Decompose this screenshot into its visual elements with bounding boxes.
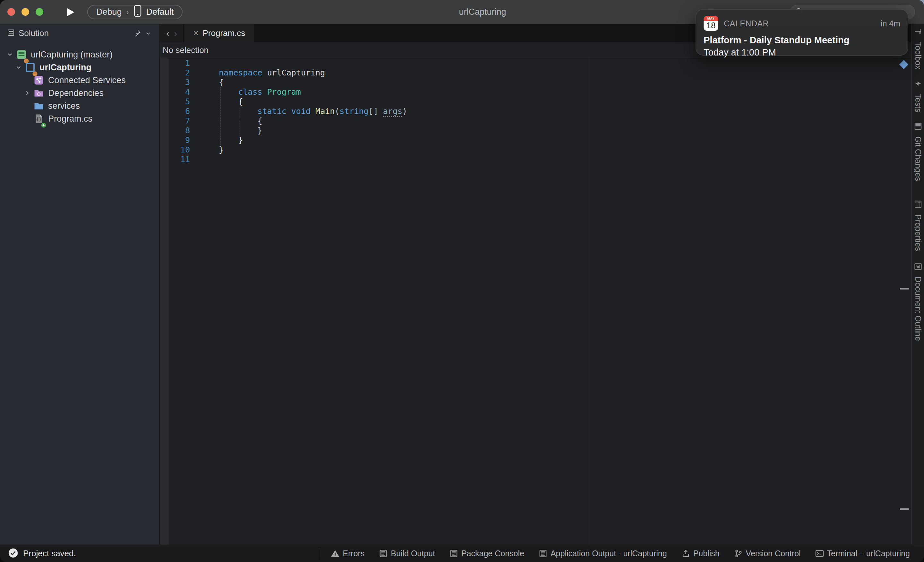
status-panel-application-output-urlcapturing[interactable]: Application Output - urlCapturing [538, 549, 667, 558]
code-line-1[interactable]: 1 [160, 59, 912, 68]
navigate-back-button[interactable]: ‹ [166, 28, 170, 39]
expander-spacer [23, 76, 32, 84]
tree-item-label: Dependencies [48, 88, 104, 98]
tool-tab-label: Properties [914, 214, 923, 251]
code-line-4[interactable]: 4 class Program [160, 87, 912, 97]
tree-item-label: urlCapturing (master) [31, 50, 112, 60]
calendar-notification[interactable]: MAY 18 CALENDAR in 4m Platform - Daily S… [696, 9, 908, 56]
tool-tab-properties[interactable]: Properties [912, 200, 924, 251]
close-window-button[interactable] [8, 8, 15, 16]
notification-time-ago: in 4m [880, 19, 900, 28]
code-line-11[interactable]: 11 [160, 155, 912, 164]
tree-item-label: Connected Services [48, 75, 126, 86]
pad-menu-chevron-button[interactable] [143, 28, 154, 39]
indent-guide [239, 107, 239, 135]
minimize-window-button[interactable] [21, 8, 29, 16]
code-line-7[interactable]: 7 { [160, 116, 912, 126]
play-icon [64, 14, 76, 19]
solution-pad-header: Solution [0, 24, 159, 42]
code-line-2[interactable]: 2namespace urlCapturing [160, 68, 912, 78]
status-panel-build-output[interactable]: Build Output [379, 549, 435, 558]
orange-dot-badge-icon [32, 69, 38, 75]
notification-header: MAY 18 CALENDAR in 4m [704, 16, 900, 31]
tree-item-services[interactable]: services [0, 99, 159, 112]
tree-item-connected-services[interactable]: Connected Services [0, 74, 159, 87]
tool-tab-document-outline[interactable]: Document Outline [912, 262, 924, 341]
bolt-icon [914, 79, 922, 89]
check-circle-icon [8, 548, 19, 560]
code-lines: 12namespace urlCapturing3{4 class Progra… [160, 59, 912, 164]
calendar-day: 18 [704, 21, 718, 31]
code-line-10[interactable]: 10} [160, 145, 912, 155]
tool-tab-label: Toolbox [914, 42, 923, 69]
doc-icon [449, 549, 459, 558]
code-text: } [219, 135, 243, 145]
solution-pad: Solution urlCapturing (master)urlCapturi… [0, 24, 159, 545]
warning-icon [330, 549, 340, 558]
status-message: Project saved. [23, 548, 76, 559]
doc-icon [379, 549, 388, 558]
code-line-9[interactable]: 9 } [160, 135, 912, 145]
navigation-buttons: ‹ › [160, 24, 183, 42]
code-line-6[interactable]: 6 static void Main(string[] args) [160, 107, 912, 116]
code-line-5[interactable]: 5 { [160, 97, 912, 107]
tool-tab-label: Document Outline [914, 276, 923, 341]
publish-icon [681, 549, 690, 558]
csharp-file-icon: {} [33, 113, 44, 124]
right-tool-strip: ToolboxTestsGit ChangesPropertiesDocumen… [912, 24, 924, 545]
doc-icon [538, 549, 548, 558]
zoom-window-button[interactable] [36, 8, 44, 16]
code-line-3[interactable]: 3{ [160, 78, 912, 87]
notification-subtitle: Today at 1:00 PM [704, 47, 900, 58]
calendar-month: MAY [704, 16, 718, 21]
navigate-forward-button[interactable]: › [174, 28, 177, 39]
status-panel-label: Version Control [746, 549, 801, 558]
properties-icon [914, 200, 922, 210]
git-square-icon [914, 122, 922, 132]
code-text: { [219, 116, 262, 126]
status-panel-errors[interactable]: Errors [330, 549, 364, 558]
tab-label: Program.cs [202, 28, 245, 38]
tree-item-label: Program.cs [48, 114, 92, 124]
tree-item-label: services [48, 101, 80, 111]
status-message-area: Project saved. [0, 548, 330, 560]
run-configuration-selector[interactable]: Debug › Default [87, 5, 183, 19]
window-title: urlCapturing [431, 0, 534, 24]
ide-window: Debug › Default urlCapturing Solution ur… [0, 0, 924, 562]
status-panel-buttons: ErrorsBuild OutputPackage ConsoleApplica… [330, 549, 924, 558]
code-text: class Program [219, 87, 301, 97]
tree-item-urlcapturing-master[interactable]: urlCapturing (master) [0, 48, 159, 61]
run-configuration-label: Debug [96, 7, 122, 17]
status-panel-package-console[interactable]: Package Console [449, 549, 524, 558]
dependencies-icon [33, 88, 44, 99]
folder-icon [33, 101, 44, 111]
run-button[interactable] [64, 6, 76, 18]
status-bar: Project saved. ErrorsBuild OutputPackage… [0, 545, 924, 562]
breadcrumb-text: No selection [163, 45, 208, 55]
status-panel-publish[interactable]: Publish [681, 549, 720, 558]
expander-chevron-right-icon[interactable] [23, 89, 32, 97]
project-icon [25, 62, 36, 73]
indent-guide [220, 87, 221, 145]
connected-services-icon [33, 75, 44, 86]
tab-program-cs[interactable]: × Program.cs [184, 24, 254, 42]
tool-tab-git-changes[interactable]: Git Changes [912, 122, 924, 181]
tree-item-program-cs[interactable]: {}Program.cs [0, 112, 159, 125]
editor-icon-margin[interactable] [160, 59, 169, 545]
expander-chevron-down-icon[interactable] [14, 63, 23, 72]
pin-pad-button[interactable] [132, 28, 143, 39]
status-panel-terminal-urlcapturing[interactable]: Terminal – urlCapturing [815, 549, 910, 558]
tool-tab-toolbox[interactable]: Toolbox [912, 27, 924, 69]
status-panel-label: Errors [343, 549, 364, 558]
chevron-right-icon: › [126, 8, 129, 17]
tool-tab-label: Tests [914, 94, 923, 112]
status-panel-label: Package Console [461, 549, 524, 558]
code-line-8[interactable]: 8 } [160, 126, 912, 135]
code-editor[interactable]: 12namespace urlCapturing3{4 class Progra… [160, 59, 912, 545]
tool-tab-tests[interactable]: Tests [912, 79, 924, 112]
status-panel-version-control[interactable]: Version Control [734, 549, 801, 558]
expander-chevron-down-icon[interactable] [6, 50, 14, 59]
tree-item-dependencies[interactable]: Dependencies [0, 87, 159, 99]
close-tab-icon[interactable]: × [194, 29, 199, 38]
orange-dot-badge-icon [23, 56, 29, 62]
